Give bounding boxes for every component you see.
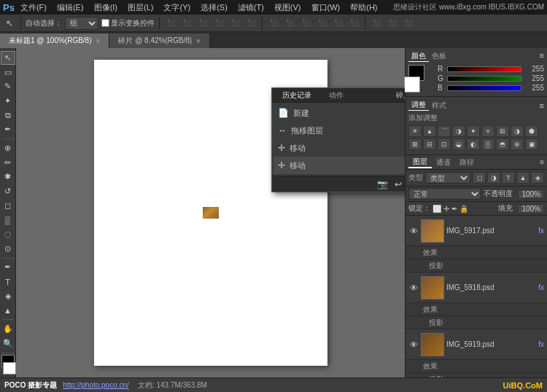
color-panel-menu[interactable]: ≡ (540, 51, 544, 62)
channel-b-slider[interactable] (447, 85, 521, 91)
layer-5918-visibility[interactable]: 👁 (408, 283, 419, 293)
align-top[interactable]: ⬛ (212, 17, 225, 30)
layer-5919-visibility[interactable]: 👁 (408, 340, 419, 350)
history-item-move2[interactable]: ✛ 移动 (274, 157, 405, 174)
adj-hsl[interactable]: ≡ (481, 125, 494, 137)
history-item-move-layer[interactable]: ↔ 拖移图层 (274, 122, 405, 139)
tool-crop[interactable]: ⧉ (1, 109, 15, 122)
adj-selective-color[interactable]: ◓ (496, 138, 509, 150)
tool-eyedropper[interactable]: ✒ (1, 122, 15, 136)
swatches-tab[interactable]: 色板 (429, 51, 449, 62)
adj-photo-filter[interactable]: ⬟ (525, 125, 538, 137)
history-tab[interactable]: 历史记录 (276, 90, 317, 101)
popup-camera-icon[interactable]: 📷 (376, 178, 389, 191)
tool-magic-wand[interactable]: ✦ (1, 94, 15, 108)
toolbar-arrow[interactable]: ↖ (3, 17, 16, 30)
tool-clone[interactable]: ✱ (1, 170, 15, 184)
distribute-bottom[interactable]: ⬛ (347, 17, 360, 30)
tool-history-brush[interactable]: ↺ (1, 184, 15, 198)
tab-untitled[interactable]: 未标题1 @ 100%(RGB/8) × (0, 34, 109, 48)
tool-move[interactable]: ↖ (1, 51, 15, 65)
align-center-v[interactable]: ⬛ (228, 17, 241, 30)
tool-eraser[interactable]: ◻ (1, 199, 15, 213)
menu-filter[interactable]: 滤镜(T) (233, 1, 268, 14)
layer-5917-visibility[interactable]: 👁 (408, 226, 419, 236)
adj-channel-mixer[interactable]: ⊠ (408, 138, 422, 150)
menu-view[interactable]: 视图(V) (270, 1, 306, 14)
channels-tab[interactable]: 通道 (432, 157, 455, 168)
align-right[interactable]: ⬛ (196, 17, 209, 30)
filter-smart[interactable]: ◈ (531, 172, 544, 184)
tool-gradient[interactable]: ▒ (1, 213, 15, 227)
align-bottom[interactable]: ⬛ (244, 17, 257, 30)
layer-row-5918[interactable]: 👁 IMG_5918.psd fx (406, 273, 547, 303)
adj-tab[interactable]: 调整 (408, 100, 429, 111)
popup-back-icon[interactable]: ↩ (392, 178, 405, 191)
color-tab[interactable]: 颜色 (408, 51, 429, 62)
adj-extra[interactable]: ▣ (525, 138, 538, 150)
opacity-value[interactable]: 100% (518, 189, 544, 199)
adj-shadow[interactable]: ⊕ (511, 138, 524, 150)
menu-text[interactable]: 文字(Y) (159, 1, 195, 14)
distribute-center-h[interactable]: ⬛ (283, 17, 296, 30)
tool-shape[interactable]: ▲ (1, 304, 15, 318)
adj-brightness[interactable]: ☀ (408, 125, 422, 137)
tool-lasso[interactable]: ✎ (1, 79, 15, 93)
tab-fragment-close[interactable]: × (196, 37, 201, 45)
layers-panel-menu[interactable]: ≡ (540, 158, 544, 166)
layers-tab[interactable]: 图层 (408, 157, 432, 168)
tool-hand[interactable]: ✋ (1, 322, 15, 336)
adj-levels[interactable]: ▲ (423, 125, 436, 137)
distribute-center-v[interactable]: ⬛ (331, 17, 344, 30)
adj-gradient-map[interactable]: ▒ (481, 138, 494, 150)
extra-btn-2[interactable]: ⬛ (386, 17, 399, 30)
adj-panel-menu[interactable]: ≡ (540, 101, 544, 110)
channel-r-slider[interactable] (447, 66, 521, 72)
menu-window[interactable]: 窗口(W) (307, 1, 345, 14)
poco-url[interactable]: http://photo.poco.cn/ (63, 381, 129, 389)
auto-select-dropdown[interactable]: 组图层 (65, 17, 98, 30)
extra-btn-1[interactable]: ⬛ (370, 17, 383, 30)
background-color[interactable] (3, 362, 16, 375)
distribute-right[interactable]: ⬛ (299, 17, 312, 30)
fill-value[interactable]: 100% (518, 204, 544, 213)
adj-curves[interactable]: ⌒ (438, 125, 451, 137)
styles-tab[interactable]: 样式 (429, 101, 449, 111)
filter-adj[interactable]: ◑ (487, 172, 500, 184)
tool-dodge[interactable]: ⊙ (1, 242, 15, 256)
align-left[interactable]: ⬛ (164, 17, 177, 30)
adj-bw[interactable]: ◑ (511, 125, 524, 137)
filter-pixel[interactable]: ◻ (473, 172, 486, 184)
adj-exposure[interactable]: ◑ (452, 125, 465, 137)
menu-layer[interactable]: 图层(L) (123, 1, 158, 14)
distribute-left[interactable]: ⬛ (267, 17, 280, 30)
actions-tab[interactable]: 动作 (323, 90, 349, 101)
adj-invert[interactable]: ⊡ (438, 138, 451, 150)
filter-text[interactable]: T (502, 172, 515, 184)
tool-blur[interactable]: ◌ (1, 227, 15, 241)
tool-healing[interactable]: ⊕ (1, 141, 15, 155)
tab-fragment[interactable]: 碎片 @ 8.42%(RGB/8) × (109, 34, 210, 48)
menu-edit[interactable]: 编辑(E) (53, 1, 88, 14)
menu-image[interactable]: 图像(I) (90, 1, 122, 14)
distribute-top[interactable]: ⬛ (315, 17, 328, 30)
tool-path[interactable]: ◈ (1, 289, 15, 303)
tool-text[interactable]: T (1, 275, 15, 289)
adj-threshold[interactable]: ◐ (467, 138, 480, 150)
blend-mode-dropdown[interactable]: 正常 (408, 188, 481, 200)
align-center-h[interactable]: ⬛ (180, 17, 193, 30)
tool-brush[interactable]: ✏ (1, 156, 15, 170)
background-color-swatch[interactable] (404, 77, 420, 93)
lock-icon-all[interactable]: 🔒 (459, 205, 468, 213)
tab-untitled-close[interactable]: × (96, 37, 101, 45)
adj-color-balance[interactable]: ⊞ (496, 125, 509, 137)
channel-g-slider[interactable] (447, 76, 521, 82)
menu-select[interactable]: 选择(S) (196, 1, 232, 14)
show-controls-checkbox[interactable] (101, 19, 109, 27)
extra-btn-3[interactable]: ⬛ (402, 17, 415, 30)
menu-help[interactable]: 帮助(H) (346, 1, 381, 14)
adj-vibrance[interactable]: ✦ (467, 125, 480, 137)
adj-posterize[interactable]: ◒ (452, 138, 465, 150)
layer-row-5917[interactable]: 👁 IMG_5917.psd fx (406, 216, 547, 246)
lock-icon-move[interactable]: ✛ (443, 205, 449, 213)
